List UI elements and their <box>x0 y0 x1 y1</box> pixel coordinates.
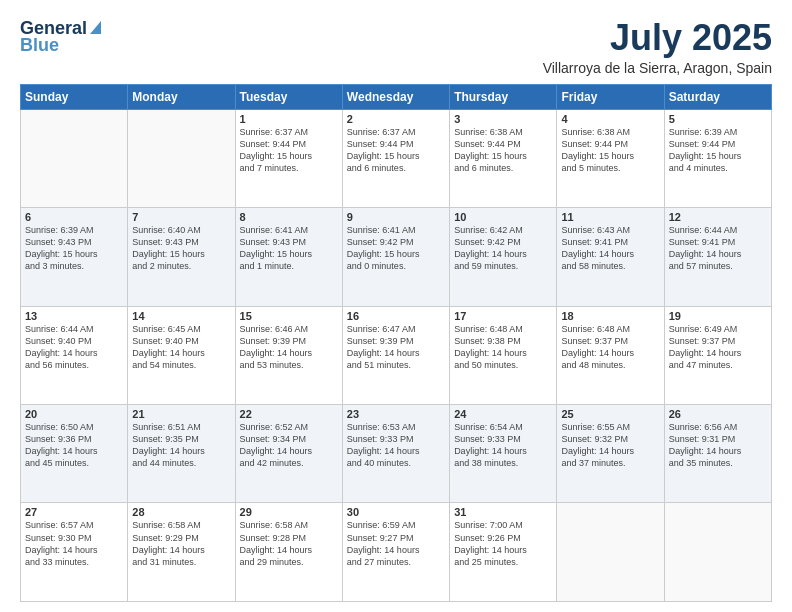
calendar-cell: 8Sunrise: 6:41 AM Sunset: 9:43 PM Daylig… <box>235 208 342 306</box>
calendar-cell <box>128 109 235 207</box>
day-number: 22 <box>240 408 338 420</box>
day-info: Sunrise: 6:49 AM Sunset: 9:37 PM Dayligh… <box>669 323 767 372</box>
day-info: Sunrise: 6:59 AM Sunset: 9:27 PM Dayligh… <box>347 519 445 568</box>
day-info: Sunrise: 6:57 AM Sunset: 9:30 PM Dayligh… <box>25 519 123 568</box>
day-number: 4 <box>561 113 659 125</box>
day-info: Sunrise: 6:56 AM Sunset: 9:31 PM Dayligh… <box>669 421 767 470</box>
day-number: 25 <box>561 408 659 420</box>
day-number: 9 <box>347 211 445 223</box>
day-number: 24 <box>454 408 552 420</box>
calendar-cell: 11Sunrise: 6:43 AM Sunset: 9:41 PM Dayli… <box>557 208 664 306</box>
day-info: Sunrise: 6:48 AM Sunset: 9:38 PM Dayligh… <box>454 323 552 372</box>
calendar-week-1: 1Sunrise: 6:37 AM Sunset: 9:44 PM Daylig… <box>21 109 772 207</box>
calendar-cell: 27Sunrise: 6:57 AM Sunset: 9:30 PM Dayli… <box>21 503 128 602</box>
day-info: Sunrise: 6:40 AM Sunset: 9:43 PM Dayligh… <box>132 224 230 273</box>
day-number: 18 <box>561 310 659 322</box>
weekday-header-thursday: Thursday <box>450 84 557 109</box>
day-info: Sunrise: 6:38 AM Sunset: 9:44 PM Dayligh… <box>561 126 659 175</box>
logo: General Blue <box>20 18 101 56</box>
day-info: Sunrise: 6:46 AM Sunset: 9:39 PM Dayligh… <box>240 323 338 372</box>
calendar-cell: 19Sunrise: 6:49 AM Sunset: 9:37 PM Dayli… <box>664 306 771 404</box>
logo-text-blue: Blue <box>20 35 59 56</box>
day-number: 31 <box>454 506 552 518</box>
day-info: Sunrise: 6:58 AM Sunset: 9:29 PM Dayligh… <box>132 519 230 568</box>
calendar-week-3: 13Sunrise: 6:44 AM Sunset: 9:40 PM Dayli… <box>21 306 772 404</box>
calendar-cell: 14Sunrise: 6:45 AM Sunset: 9:40 PM Dayli… <box>128 306 235 404</box>
calendar-cell: 16Sunrise: 6:47 AM Sunset: 9:39 PM Dayli… <box>342 306 449 404</box>
day-number: 19 <box>669 310 767 322</box>
calendar-cell: 7Sunrise: 6:40 AM Sunset: 9:43 PM Daylig… <box>128 208 235 306</box>
day-number: 27 <box>25 506 123 518</box>
day-number: 16 <box>347 310 445 322</box>
calendar-cell: 30Sunrise: 6:59 AM Sunset: 9:27 PM Dayli… <box>342 503 449 602</box>
day-info: Sunrise: 6:44 AM Sunset: 9:40 PM Dayligh… <box>25 323 123 372</box>
weekday-header-saturday: Saturday <box>664 84 771 109</box>
day-number: 21 <box>132 408 230 420</box>
day-number: 8 <box>240 211 338 223</box>
weekday-header-monday: Monday <box>128 84 235 109</box>
calendar-week-4: 20Sunrise: 6:50 AM Sunset: 9:36 PM Dayli… <box>21 405 772 503</box>
day-number: 6 <box>25 211 123 223</box>
day-number: 29 <box>240 506 338 518</box>
calendar-cell: 29Sunrise: 6:58 AM Sunset: 9:28 PM Dayli… <box>235 503 342 602</box>
day-info: Sunrise: 6:42 AM Sunset: 9:42 PM Dayligh… <box>454 224 552 273</box>
day-number: 26 <box>669 408 767 420</box>
day-info: Sunrise: 6:37 AM Sunset: 9:44 PM Dayligh… <box>240 126 338 175</box>
calendar-week-2: 6Sunrise: 6:39 AM Sunset: 9:43 PM Daylig… <box>21 208 772 306</box>
calendar-cell: 25Sunrise: 6:55 AM Sunset: 9:32 PM Dayli… <box>557 405 664 503</box>
calendar-table: SundayMondayTuesdayWednesdayThursdayFrid… <box>20 84 772 602</box>
day-info: Sunrise: 6:50 AM Sunset: 9:36 PM Dayligh… <box>25 421 123 470</box>
location: Villarroya de la Sierra, Aragon, Spain <box>543 60 772 76</box>
day-info: Sunrise: 6:54 AM Sunset: 9:33 PM Dayligh… <box>454 421 552 470</box>
day-number: 14 <box>132 310 230 322</box>
calendar-cell: 4Sunrise: 6:38 AM Sunset: 9:44 PM Daylig… <box>557 109 664 207</box>
day-number: 30 <box>347 506 445 518</box>
day-number: 1 <box>240 113 338 125</box>
day-info: Sunrise: 6:45 AM Sunset: 9:40 PM Dayligh… <box>132 323 230 372</box>
calendar-cell: 26Sunrise: 6:56 AM Sunset: 9:31 PM Dayli… <box>664 405 771 503</box>
day-info: Sunrise: 6:58 AM Sunset: 9:28 PM Dayligh… <box>240 519 338 568</box>
day-number: 13 <box>25 310 123 322</box>
calendar-cell: 13Sunrise: 6:44 AM Sunset: 9:40 PM Dayli… <box>21 306 128 404</box>
day-info: Sunrise: 6:53 AM Sunset: 9:33 PM Dayligh… <box>347 421 445 470</box>
day-info: Sunrise: 7:00 AM Sunset: 9:26 PM Dayligh… <box>454 519 552 568</box>
weekday-header-friday: Friday <box>557 84 664 109</box>
calendar-cell: 23Sunrise: 6:53 AM Sunset: 9:33 PM Dayli… <box>342 405 449 503</box>
calendar-cell: 5Sunrise: 6:39 AM Sunset: 9:44 PM Daylig… <box>664 109 771 207</box>
day-number: 17 <box>454 310 552 322</box>
month-title: July 2025 <box>543 18 772 58</box>
calendar-cell: 2Sunrise: 6:37 AM Sunset: 9:44 PM Daylig… <box>342 109 449 207</box>
calendar-cell: 12Sunrise: 6:44 AM Sunset: 9:41 PM Dayli… <box>664 208 771 306</box>
day-number: 2 <box>347 113 445 125</box>
day-info: Sunrise: 6:44 AM Sunset: 9:41 PM Dayligh… <box>669 224 767 273</box>
day-info: Sunrise: 6:39 AM Sunset: 9:44 PM Dayligh… <box>669 126 767 175</box>
day-info: Sunrise: 6:47 AM Sunset: 9:39 PM Dayligh… <box>347 323 445 372</box>
day-number: 5 <box>669 113 767 125</box>
calendar-cell: 22Sunrise: 6:52 AM Sunset: 9:34 PM Dayli… <box>235 405 342 503</box>
day-number: 10 <box>454 211 552 223</box>
calendar-cell: 3Sunrise: 6:38 AM Sunset: 9:44 PM Daylig… <box>450 109 557 207</box>
weekday-header-tuesday: Tuesday <box>235 84 342 109</box>
day-info: Sunrise: 6:55 AM Sunset: 9:32 PM Dayligh… <box>561 421 659 470</box>
calendar-cell: 6Sunrise: 6:39 AM Sunset: 9:43 PM Daylig… <box>21 208 128 306</box>
day-number: 11 <box>561 211 659 223</box>
logo-triangle <box>90 21 101 34</box>
day-number: 3 <box>454 113 552 125</box>
day-number: 28 <box>132 506 230 518</box>
calendar-cell: 18Sunrise: 6:48 AM Sunset: 9:37 PM Dayli… <box>557 306 664 404</box>
calendar-cell: 28Sunrise: 6:58 AM Sunset: 9:29 PM Dayli… <box>128 503 235 602</box>
calendar-cell <box>21 109 128 207</box>
calendar-cell: 21Sunrise: 6:51 AM Sunset: 9:35 PM Dayli… <box>128 405 235 503</box>
calendar-cell: 17Sunrise: 6:48 AM Sunset: 9:38 PM Dayli… <box>450 306 557 404</box>
calendar-cell: 31Sunrise: 7:00 AM Sunset: 9:26 PM Dayli… <box>450 503 557 602</box>
weekday-header-sunday: Sunday <box>21 84 128 109</box>
day-number: 23 <box>347 408 445 420</box>
day-info: Sunrise: 6:43 AM Sunset: 9:41 PM Dayligh… <box>561 224 659 273</box>
day-info: Sunrise: 6:41 AM Sunset: 9:43 PM Dayligh… <box>240 224 338 273</box>
calendar-cell: 10Sunrise: 6:42 AM Sunset: 9:42 PM Dayli… <box>450 208 557 306</box>
day-number: 15 <box>240 310 338 322</box>
day-number: 7 <box>132 211 230 223</box>
calendar-week-5: 27Sunrise: 6:57 AM Sunset: 9:30 PM Dayli… <box>21 503 772 602</box>
day-info: Sunrise: 6:51 AM Sunset: 9:35 PM Dayligh… <box>132 421 230 470</box>
calendar-cell: 20Sunrise: 6:50 AM Sunset: 9:36 PM Dayli… <box>21 405 128 503</box>
